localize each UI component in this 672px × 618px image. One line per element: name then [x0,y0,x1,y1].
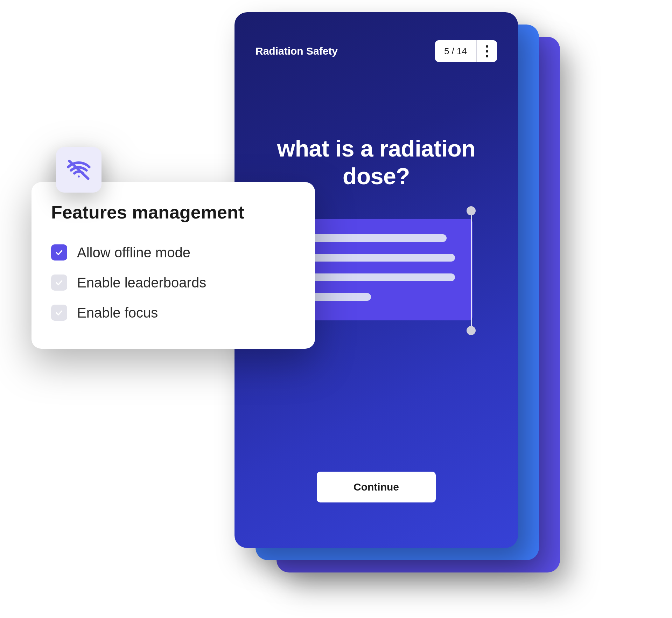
checkbox-offline[interactable] [51,244,67,261]
features-panel: Features management Allow offline mode E… [31,182,315,349]
wifi-off-icon [65,157,92,183]
checkbox-focus[interactable] [51,305,67,321]
step-counter: 5 / 14 [435,40,477,62]
features-title: Features management [51,202,295,223]
feature-item-leaderboards: Enable leaderboards [51,268,295,298]
more-menu-button[interactable] [477,40,497,62]
selection-line [471,210,472,330]
selection-handle-bottom[interactable] [467,326,476,335]
header-right-group: 5 / 14 [435,40,497,62]
kebab-icon [486,50,488,53]
feature-label: Enable leaderboards [77,275,206,291]
check-icon [55,248,64,257]
lesson-title: Radiation Safety [255,45,338,57]
wifi-off-badge [56,147,102,193]
feature-item-offline: Allow offline mode [51,237,295,268]
kebab-icon [486,55,488,57]
selection-handle-top[interactable] [467,206,476,215]
continue-button[interactable]: Continue [317,472,436,502]
checkbox-leaderboards[interactable] [51,275,67,291]
feature-item-focus: Enable focus [51,298,295,328]
check-icon [55,278,64,287]
feature-label: Enable focus [77,305,158,321]
kebab-icon [486,45,488,48]
check-icon [55,308,64,317]
phone-header: Radiation Safety 5 / 14 [255,40,497,62]
svg-point-0 [78,175,80,178]
feature-label: Allow offline mode [77,245,190,261]
